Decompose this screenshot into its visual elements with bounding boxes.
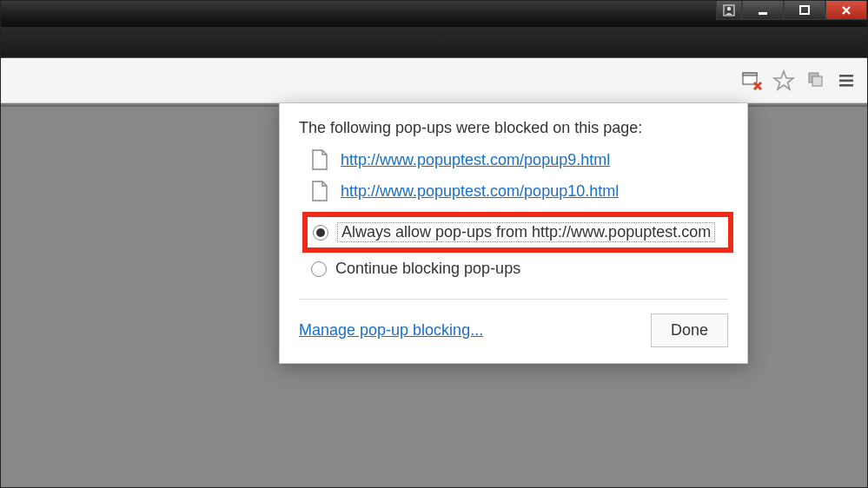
blocked-popup-item: http://www.popuptest.com/popup9.html [311, 149, 728, 170]
svg-rect-8 [839, 75, 853, 77]
svg-rect-5 [743, 73, 757, 76]
radio-label: Always allow pop-ups from http://www.pop… [341, 223, 711, 241]
popup-blocked-icon[interactable] [740, 69, 765, 93]
extensions-icon[interactable] [803, 69, 827, 93]
done-button[interactable]: Done [651, 313, 728, 347]
popup-footer: Manage pop-up blocking... Done [299, 313, 728, 347]
popup-blocked-panel: The following pop-ups were blocked on th… [279, 103, 748, 364]
blocked-popup-item: http://www.popuptest.com/popup10.html [311, 181, 728, 201]
blocked-popup-list: http://www.popuptest.com/popup9.html htt… [311, 149, 728, 201]
svg-rect-9 [839, 79, 853, 82]
close-button[interactable] [825, 1, 867, 20]
menu-icon[interactable] [834, 69, 858, 93]
popup-heading: The following pop-ups were blocked on th… [299, 119, 728, 137]
radio-icon [311, 261, 327, 277]
radio-icon [313, 225, 328, 241]
browser-window: The following pop-ups were blocked on th… [0, 0, 868, 488]
minimize-button[interactable] [742, 1, 784, 20]
toolbar [1, 58, 867, 103]
page-icon [311, 149, 328, 170]
svg-rect-2 [759, 12, 767, 15]
svg-rect-7 [812, 76, 822, 86]
window-titlebar [1, 1, 867, 27]
page-icon [311, 181, 328, 201]
radio-label: Continue blocking pop-ups [335, 260, 520, 278]
manage-popup-blocking-link[interactable]: Manage pop-up blocking... [299, 321, 483, 340]
popup-action-radio-group: Always allow pop-ups from http://www.pop… [308, 212, 728, 283]
separator [299, 299, 728, 300]
radio-continue-blocking[interactable]: Continue blocking pop-ups [308, 254, 728, 283]
tab-strip [1, 27, 867, 58]
blocked-popup-link[interactable]: http://www.popuptest.com/popup10.html [341, 182, 619, 201]
maximize-button[interactable] [784, 1, 825, 20]
svg-rect-3 [800, 6, 809, 14]
svg-rect-10 [839, 84, 853, 87]
blocked-popup-link[interactable]: http://www.popuptest.com/popup9.html [341, 151, 610, 169]
profile-button[interactable] [716, 1, 742, 20]
svg-point-1 [727, 6, 731, 10]
bookmark-star-icon[interactable] [772, 69, 796, 93]
window-controls [716, 1, 867, 20]
radio-allow-popups[interactable]: Always allow pop-ups from http://www.pop… [302, 212, 733, 253]
